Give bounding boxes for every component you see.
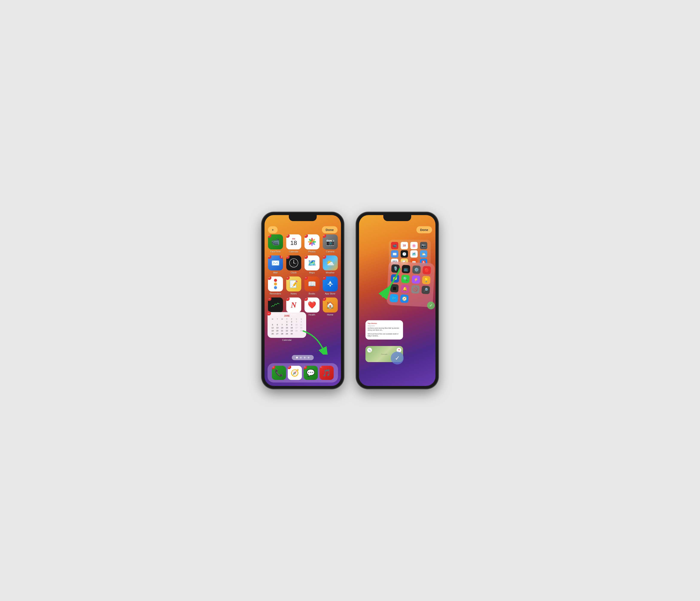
app-calendar[interactable]: − FRI 18 Calendar <box>286 234 301 253</box>
large-app-folder: 🎙️ 📺 ⚙️ 🔴 📁 🔍 ⚡ 💡 ▦ 🔔 🚫 🔎 🐦 🧭 ✓ <box>386 261 435 307</box>
dot-1 <box>296 357 298 359</box>
home-label: Home <box>327 313 333 316</box>
done-button-left[interactable]: Done <box>322 226 338 233</box>
dock-delete-badge[interactable]: − <box>272 366 275 369</box>
health-label: Health <box>308 313 316 316</box>
svg-text:9: 9 <box>291 262 291 264</box>
delete-badge[interactable]: − <box>304 255 308 259</box>
news-icon: − N <box>286 297 301 313</box>
app-books[interactable]: − 📖 Books <box>304 277 320 295</box>
folder-reminders2[interactable]: 🔔 <box>401 285 409 293</box>
folder-podcasts[interactable]: 🎙️ <box>391 264 400 273</box>
delete-badge[interactable]: − <box>323 255 326 259</box>
app-mail[interactable]: − 1 ✉️ Mail <box>268 255 283 274</box>
news-top-stories-label: Top Stories <box>368 322 401 324</box>
maps-icon: − 🗺️ <box>304 255 320 270</box>
app-notes[interactable]: − 📝 Notes <box>286 277 301 295</box>
app-photos[interactable]: − Photos <box>304 234 320 253</box>
folder-safari2[interactable]: 🧭 <box>400 294 409 303</box>
folder-clock[interactable]: 🕐 <box>401 250 408 258</box>
dot-2 <box>300 357 302 359</box>
notch-left <box>289 215 317 221</box>
folder-app3[interactable]: 🔴 <box>423 266 431 275</box>
notification-badge: 1 <box>280 255 283 259</box>
large-folder-grid: 🎙️ 📺 ⚙️ 🔴 📁 🔍 ⚡ 💡 ▦ 🔔 🚫 🔎 🐦 🧭 <box>390 264 432 304</box>
notes-label: Notes <box>291 292 297 295</box>
iphone-left: + Done − 📹 FaceTime − FRI 18 <box>262 212 344 389</box>
folder-tips[interactable]: 💡 <box>422 276 430 284</box>
notch-right <box>383 215 411 221</box>
app-reminders[interactable]: − Reminders <box>268 277 283 295</box>
delete-badge[interactable]: − <box>286 277 290 280</box>
folder-maps[interactable]: 🗺️ <box>410 250 418 258</box>
delete-badge[interactable]: − <box>268 297 271 301</box>
folder-twitter[interactable]: 🐦 <box>390 294 398 303</box>
stocks-icon: − <box>268 297 283 313</box>
folder-launchpad[interactable]: ▦ <box>390 284 399 292</box>
calendar-grid: MTWTFSS 1234 567891011 12131415161718 19… <box>270 318 304 335</box>
delete-badge[interactable]: − <box>286 297 290 301</box>
svg-text:12: 12 <box>293 260 294 261</box>
folder-shortcuts[interactable]: ⚡ <box>411 275 420 284</box>
dock-delete-badge-2[interactable]: − <box>288 366 291 369</box>
notes-icon: − 📝 <box>286 277 301 291</box>
confirm-button[interactable]: ✓ <box>391 351 404 364</box>
app-camera[interactable]: − 📷 Camera <box>322 234 338 253</box>
widget-calendar-label: Calendar <box>268 339 306 341</box>
camera-icon: − 📷 <box>323 234 338 250</box>
clock-label: Clock <box>291 271 297 274</box>
news-headline-1: Lib Dems score stunning 'Blue Wall' by-e… <box>368 327 401 331</box>
app-home[interactable]: − 🏠 Home <box>322 297 338 316</box>
map-search-btn[interactable]: 🔍 <box>367 348 372 352</box>
facetime-icon: − 📹 <box>268 234 283 250</box>
folder-appletv[interactable]: 📺 <box>402 265 410 273</box>
folder-weather[interactable]: ⛅ <box>420 250 427 258</box>
dock-music[interactable]: − 🎵 <box>320 366 334 380</box>
app-appstore[interactable]: − App Store <box>322 277 338 295</box>
news-widget: Top Stories Independent Lib Dems score s… <box>366 320 403 340</box>
delete-badge[interactable]: − <box>323 297 326 301</box>
done-button-right[interactable]: Done <box>416 226 432 233</box>
delete-badge[interactable]: − <box>268 234 271 238</box>
dock-delete-badge-3[interactable]: − <box>304 366 307 369</box>
map-label: Pennath <box>381 353 388 355</box>
dock-phone[interactable]: − 📞 <box>272 366 286 380</box>
app-grid: − 📹 FaceTime − FRI 18 Calendar <box>268 234 338 316</box>
folder-camera[interactable]: 📷 <box>420 242 427 249</box>
folder-noentry[interactable]: 🚫 <box>411 285 420 294</box>
folder-search[interactable]: 🔎 <box>422 286 430 294</box>
app-weather[interactable]: − ⛅ Weather <box>322 255 338 274</box>
app-facetime[interactable]: − 📹 FaceTime <box>268 234 283 253</box>
delete-badge[interactable]: − <box>268 277 271 280</box>
delete-badge[interactable]: − <box>304 297 308 301</box>
folder-find[interactable]: 🔍 <box>401 275 410 283</box>
appstore-label: App Store <box>325 292 335 295</box>
calendar-icon: − FRI 18 <box>286 234 301 250</box>
books-label: Books <box>308 292 315 295</box>
delete-badge[interactable]: − <box>268 255 271 259</box>
dot-3 <box>304 357 305 359</box>
folder-calendar[interactable]: 18 <box>401 242 408 249</box>
delete-badge[interactable]: − <box>323 234 326 238</box>
photos-label: Photos <box>308 250 316 253</box>
app-clock[interactable]: − 12 3 6 9 Clock <box>286 255 301 274</box>
delete-badge[interactable]: − <box>323 277 326 280</box>
folder-facetime[interactable]: 📹 <box>391 242 398 249</box>
delete-badge[interactable]: − <box>304 277 308 280</box>
dock-delete-badge-4[interactable]: − <box>320 366 323 369</box>
clock-icon: − 12 3 6 9 <box>286 255 301 270</box>
screen-right: Done 📹 18 🌸 📷 ✉️ 🕐 🗺️ ⛅ ☑️ 📝 📖 🅰️ � <box>359 215 435 386</box>
folder-photos[interactable]: 🌸 <box>410 242 418 249</box>
dock-safari[interactable]: − 🧭 <box>288 366 302 380</box>
folder-mail[interactable]: ✉️ <box>391 250 398 258</box>
calendar-widget: JUNE MTWTFSS 1234 567891011 121314151617… <box>268 312 306 338</box>
widget-delete-badge[interactable]: − <box>267 311 271 315</box>
dock-messages[interactable]: − 💬 <box>304 366 318 380</box>
app-health[interactable]: − ❤️ Health <box>304 297 320 316</box>
folder-files[interactable]: 📁 <box>391 274 399 283</box>
svg-text:6: 6 <box>293 265 294 266</box>
mail-icon: − 1 ✉️ <box>268 255 283 270</box>
folder-app2[interactable]: ⚙️ <box>412 265 421 274</box>
add-button[interactable]: + <box>268 226 278 233</box>
app-maps[interactable]: − 🗺️ Maps <box>304 255 320 274</box>
